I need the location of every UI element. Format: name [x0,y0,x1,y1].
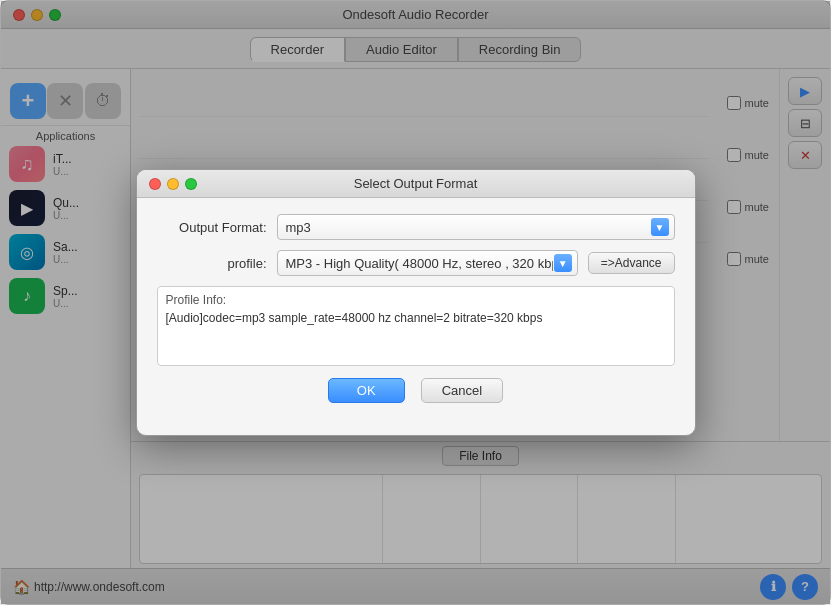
modal-body: Output Format: mp3 aac wav flac ▼ profil… [137,198,695,435]
modal-overlay: Select Output Format Output Format: mp3 … [1,1,830,604]
profile-info-header: Profile Info: [166,293,666,307]
main-window: Ondesoft Audio Recorder Recorder Audio E… [0,0,831,605]
modal-max-button[interactable] [185,178,197,190]
modal-title-bar: Select Output Format [137,170,695,198]
modal-title-buttons [149,178,197,190]
output-format-select[interactable]: mp3 aac wav flac [277,214,675,240]
modal-title: Select Output Format [354,176,478,191]
advance-button[interactable]: =>Advance [588,252,675,274]
profile-control: MP3 - High Quality( 48000 Hz, stereo , 3… [277,250,578,276]
modal-footer: OK Cancel [157,378,675,419]
output-format-label: Output Format: [157,220,267,235]
output-format-control: mp3 aac wav flac ▼ [277,214,675,240]
profile-label: profile: [157,256,267,271]
output-format-row: Output Format: mp3 aac wav flac ▼ [157,214,675,240]
profile-select[interactable]: MP3 - High Quality( 48000 Hz, stereo , 3… [277,250,578,276]
profile-info-content: [Audio]codec=mp3 sample_rate=48000 hz ch… [166,311,666,325]
cancel-button[interactable]: Cancel [421,378,503,403]
profile-info-section: Profile Info: [Audio]codec=mp3 sample_ra… [157,286,675,366]
modal-close-button[interactable] [149,178,161,190]
ok-button[interactable]: OK [328,378,405,403]
modal-min-button[interactable] [167,178,179,190]
profile-row: profile: MP3 - High Quality( 48000 Hz, s… [157,250,675,276]
modal-dialog: Select Output Format Output Format: mp3 … [136,169,696,436]
